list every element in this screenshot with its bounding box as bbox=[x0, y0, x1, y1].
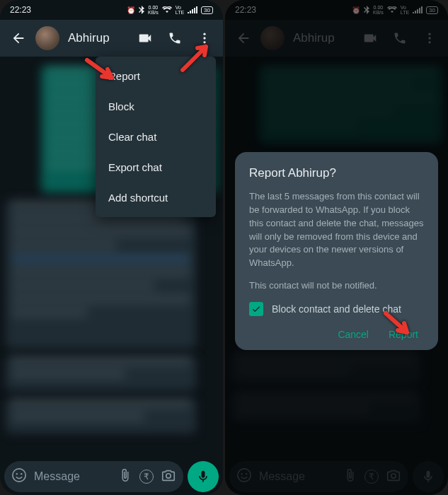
annotation-arrow bbox=[382, 310, 414, 344]
signal-icon bbox=[188, 6, 197, 13]
phone-right: 22:23 ⏰ 0.00KB/s VoLTE 30 Abhirup bbox=[225, 0, 448, 495]
svg-point-6 bbox=[166, 474, 171, 478]
checkbox-checked-icon[interactable] bbox=[249, 302, 263, 316]
status-time: 22:23 bbox=[10, 5, 31, 15]
message-input-container[interactable]: Message ₹ bbox=[4, 461, 183, 492]
status-icons: ⏰ 0.00KB/s VoLTE 30 bbox=[127, 5, 213, 15]
dialog-body: The last 5 messages from this contact wi… bbox=[249, 190, 424, 270]
status-bar: 22:23 ⏰ 0.00KB/s VoLTE 30 bbox=[0, 0, 223, 20]
data-speed: 0.00KB/s bbox=[148, 5, 159, 15]
back-button[interactable] bbox=[6, 25, 31, 51]
phone-left: 22:23 ⏰ 0.00KB/s VoLTE 30 Abhirup bbox=[0, 0, 223, 495]
menu-item-block[interactable]: Block bbox=[96, 91, 216, 122]
message-bubble bbox=[6, 398, 196, 433]
dialog-note: This contact will not be notified. bbox=[249, 280, 424, 291]
battery-icon: 30 bbox=[201, 6, 213, 14]
menu-item-clear-chat[interactable]: Clear chat bbox=[96, 122, 216, 152]
menu-item-add-shortcut[interactable]: Add shortcut bbox=[96, 182, 216, 213]
cancel-button[interactable]: Cancel bbox=[338, 329, 369, 340]
bluetooth-icon bbox=[139, 6, 144, 14]
annotation-arrow bbox=[179, 38, 214, 76]
mic-button[interactable] bbox=[188, 461, 219, 492]
dialog-title: Report Abhirup? bbox=[249, 166, 424, 180]
rupee-icon[interactable]: ₹ bbox=[139, 470, 154, 484]
composer: Message ₹ bbox=[0, 458, 223, 495]
menu-item-export-chat[interactable]: Export chat bbox=[96, 152, 216, 182]
wifi-icon bbox=[162, 6, 172, 13]
svg-point-4 bbox=[16, 473, 18, 474]
contact-name[interactable]: Abhirup bbox=[68, 31, 128, 45]
attach-icon[interactable] bbox=[118, 468, 132, 485]
video-call-button[interactable] bbox=[132, 25, 158, 51]
alarm-icon: ⏰ bbox=[127, 6, 135, 14]
message-bubble bbox=[6, 356, 196, 391]
svg-point-3 bbox=[13, 469, 25, 482]
camera-icon[interactable] bbox=[161, 467, 176, 486]
message-bubble bbox=[6, 200, 196, 349]
volte-icon: VoLTE bbox=[176, 5, 184, 15]
annotation-arrow bbox=[84, 57, 119, 91]
svg-point-5 bbox=[21, 473, 22, 474]
message-input[interactable]: Message bbox=[34, 470, 111, 483]
avatar[interactable] bbox=[35, 26, 59, 50]
emoji-icon[interactable] bbox=[11, 467, 27, 486]
svg-point-0 bbox=[203, 33, 205, 35]
